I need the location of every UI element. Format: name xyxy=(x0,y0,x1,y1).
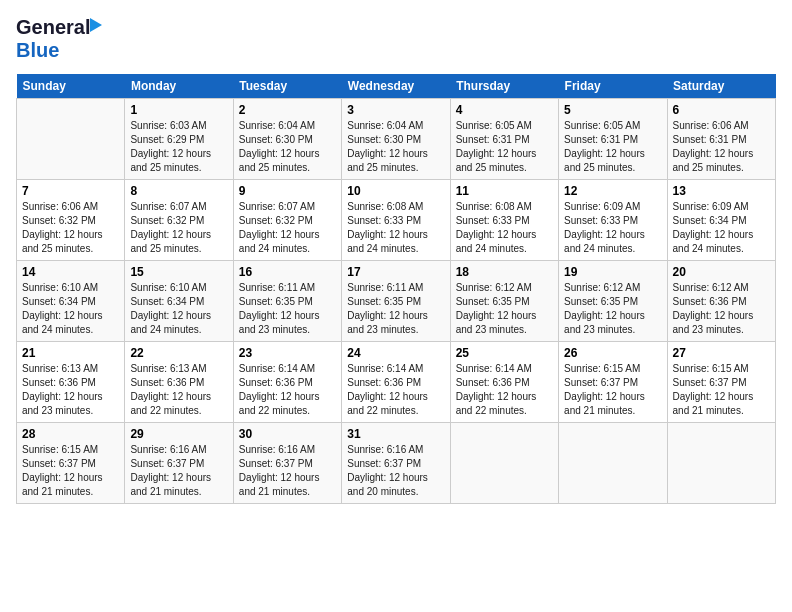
day-info: Sunrise: 6:04 AMSunset: 6:30 PMDaylight:… xyxy=(347,119,444,175)
day-number: 6 xyxy=(673,103,770,117)
day-info: Sunrise: 6:12 AMSunset: 6:36 PMDaylight:… xyxy=(673,281,770,337)
day-cell: 13Sunrise: 6:09 AMSunset: 6:34 PMDayligh… xyxy=(667,180,775,261)
day-cell: 8Sunrise: 6:07 AMSunset: 6:32 PMDaylight… xyxy=(125,180,233,261)
col-header-thursday: Thursday xyxy=(450,74,558,99)
week-row-3: 14Sunrise: 6:10 AMSunset: 6:34 PMDayligh… xyxy=(17,261,776,342)
day-info: Sunrise: 6:08 AMSunset: 6:33 PMDaylight:… xyxy=(456,200,553,256)
day-cell: 2Sunrise: 6:04 AMSunset: 6:30 PMDaylight… xyxy=(233,99,341,180)
day-info: Sunrise: 6:13 AMSunset: 6:36 PMDaylight:… xyxy=(130,362,227,418)
day-cell: 27Sunrise: 6:15 AMSunset: 6:37 PMDayligh… xyxy=(667,342,775,423)
week-row-1: 1Sunrise: 6:03 AMSunset: 6:29 PMDaylight… xyxy=(17,99,776,180)
day-number: 27 xyxy=(673,346,770,360)
day-number: 17 xyxy=(347,265,444,279)
day-cell: 1Sunrise: 6:03 AMSunset: 6:29 PMDaylight… xyxy=(125,99,233,180)
day-cell: 15Sunrise: 6:10 AMSunset: 6:34 PMDayligh… xyxy=(125,261,233,342)
day-cell: 25Sunrise: 6:14 AMSunset: 6:36 PMDayligh… xyxy=(450,342,558,423)
day-number: 14 xyxy=(22,265,119,279)
day-cell xyxy=(17,99,125,180)
day-cell: 29Sunrise: 6:16 AMSunset: 6:37 PMDayligh… xyxy=(125,423,233,504)
day-number: 5 xyxy=(564,103,661,117)
logo-blue-text: Blue xyxy=(16,39,59,61)
day-info: Sunrise: 6:16 AMSunset: 6:37 PMDaylight:… xyxy=(347,443,444,499)
day-number: 29 xyxy=(130,427,227,441)
day-cell: 20Sunrise: 6:12 AMSunset: 6:36 PMDayligh… xyxy=(667,261,775,342)
day-cell: 26Sunrise: 6:15 AMSunset: 6:37 PMDayligh… xyxy=(559,342,667,423)
day-number: 31 xyxy=(347,427,444,441)
day-cell: 5Sunrise: 6:05 AMSunset: 6:31 PMDaylight… xyxy=(559,99,667,180)
day-info: Sunrise: 6:07 AMSunset: 6:32 PMDaylight:… xyxy=(130,200,227,256)
day-number: 19 xyxy=(564,265,661,279)
day-cell: 28Sunrise: 6:15 AMSunset: 6:37 PMDayligh… xyxy=(17,423,125,504)
col-header-sunday: Sunday xyxy=(17,74,125,99)
day-info: Sunrise: 6:16 AMSunset: 6:37 PMDaylight:… xyxy=(130,443,227,499)
col-header-tuesday: Tuesday xyxy=(233,74,341,99)
day-cell: 10Sunrise: 6:08 AMSunset: 6:33 PMDayligh… xyxy=(342,180,450,261)
calendar-header-row: SundayMondayTuesdayWednesdayThursdayFrid… xyxy=(17,74,776,99)
day-number: 9 xyxy=(239,184,336,198)
day-number: 1 xyxy=(130,103,227,117)
day-info: Sunrise: 6:05 AMSunset: 6:31 PMDaylight:… xyxy=(564,119,661,175)
day-number: 16 xyxy=(239,265,336,279)
day-info: Sunrise: 6:06 AMSunset: 6:32 PMDaylight:… xyxy=(22,200,119,256)
day-cell: 24Sunrise: 6:14 AMSunset: 6:36 PMDayligh… xyxy=(342,342,450,423)
day-number: 7 xyxy=(22,184,119,198)
day-info: Sunrise: 6:15 AMSunset: 6:37 PMDaylight:… xyxy=(22,443,119,499)
day-cell: 6Sunrise: 6:06 AMSunset: 6:31 PMDaylight… xyxy=(667,99,775,180)
col-header-monday: Monday xyxy=(125,74,233,99)
day-info: Sunrise: 6:07 AMSunset: 6:32 PMDaylight:… xyxy=(239,200,336,256)
day-cell: 30Sunrise: 6:16 AMSunset: 6:37 PMDayligh… xyxy=(233,423,341,504)
day-number: 10 xyxy=(347,184,444,198)
day-number: 25 xyxy=(456,346,553,360)
day-cell: 22Sunrise: 6:13 AMSunset: 6:36 PMDayligh… xyxy=(125,342,233,423)
day-info: Sunrise: 6:16 AMSunset: 6:37 PMDaylight:… xyxy=(239,443,336,499)
day-number: 30 xyxy=(239,427,336,441)
day-info: Sunrise: 6:08 AMSunset: 6:33 PMDaylight:… xyxy=(347,200,444,256)
day-cell xyxy=(667,423,775,504)
day-info: Sunrise: 6:15 AMSunset: 6:37 PMDaylight:… xyxy=(673,362,770,418)
day-number: 20 xyxy=(673,265,770,279)
logo-general-text: General xyxy=(16,16,90,38)
day-cell xyxy=(559,423,667,504)
day-number: 26 xyxy=(564,346,661,360)
day-info: Sunrise: 6:03 AMSunset: 6:29 PMDaylight:… xyxy=(130,119,227,175)
week-row-4: 21Sunrise: 6:13 AMSunset: 6:36 PMDayligh… xyxy=(17,342,776,423)
day-info: Sunrise: 6:09 AMSunset: 6:34 PMDaylight:… xyxy=(673,200,770,256)
day-number: 22 xyxy=(130,346,227,360)
day-number: 8 xyxy=(130,184,227,198)
day-info: Sunrise: 6:15 AMSunset: 6:37 PMDaylight:… xyxy=(564,362,661,418)
day-cell: 17Sunrise: 6:11 AMSunset: 6:35 PMDayligh… xyxy=(342,261,450,342)
logo: General Blue xyxy=(16,16,102,62)
calendar-body: 1Sunrise: 6:03 AMSunset: 6:29 PMDaylight… xyxy=(17,99,776,504)
day-number: 3 xyxy=(347,103,444,117)
day-info: Sunrise: 6:06 AMSunset: 6:31 PMDaylight:… xyxy=(673,119,770,175)
col-header-saturday: Saturday xyxy=(667,74,775,99)
day-info: Sunrise: 6:14 AMSunset: 6:36 PMDaylight:… xyxy=(456,362,553,418)
day-cell: 31Sunrise: 6:16 AMSunset: 6:37 PMDayligh… xyxy=(342,423,450,504)
day-number: 21 xyxy=(22,346,119,360)
day-number: 28 xyxy=(22,427,119,441)
day-info: Sunrise: 6:05 AMSunset: 6:31 PMDaylight:… xyxy=(456,119,553,175)
calendar-table: SundayMondayTuesdayWednesdayThursdayFrid… xyxy=(16,74,776,504)
day-cell: 12Sunrise: 6:09 AMSunset: 6:33 PMDayligh… xyxy=(559,180,667,261)
day-cell: 19Sunrise: 6:12 AMSunset: 6:35 PMDayligh… xyxy=(559,261,667,342)
day-number: 11 xyxy=(456,184,553,198)
day-info: Sunrise: 6:09 AMSunset: 6:33 PMDaylight:… xyxy=(564,200,661,256)
page-header: General Blue xyxy=(16,16,776,62)
logo-arrow-icon xyxy=(90,18,102,32)
day-number: 23 xyxy=(239,346,336,360)
day-info: Sunrise: 6:10 AMSunset: 6:34 PMDaylight:… xyxy=(22,281,119,337)
day-cell: 7Sunrise: 6:06 AMSunset: 6:32 PMDaylight… xyxy=(17,180,125,261)
day-cell: 11Sunrise: 6:08 AMSunset: 6:33 PMDayligh… xyxy=(450,180,558,261)
day-info: Sunrise: 6:12 AMSunset: 6:35 PMDaylight:… xyxy=(564,281,661,337)
day-number: 24 xyxy=(347,346,444,360)
day-cell: 14Sunrise: 6:10 AMSunset: 6:34 PMDayligh… xyxy=(17,261,125,342)
day-info: Sunrise: 6:11 AMSunset: 6:35 PMDaylight:… xyxy=(239,281,336,337)
day-cell: 23Sunrise: 6:14 AMSunset: 6:36 PMDayligh… xyxy=(233,342,341,423)
col-header-friday: Friday xyxy=(559,74,667,99)
day-number: 13 xyxy=(673,184,770,198)
day-info: Sunrise: 6:13 AMSunset: 6:36 PMDaylight:… xyxy=(22,362,119,418)
day-cell: 18Sunrise: 6:12 AMSunset: 6:35 PMDayligh… xyxy=(450,261,558,342)
day-info: Sunrise: 6:04 AMSunset: 6:30 PMDaylight:… xyxy=(239,119,336,175)
day-info: Sunrise: 6:14 AMSunset: 6:36 PMDaylight:… xyxy=(347,362,444,418)
col-header-wednesday: Wednesday xyxy=(342,74,450,99)
